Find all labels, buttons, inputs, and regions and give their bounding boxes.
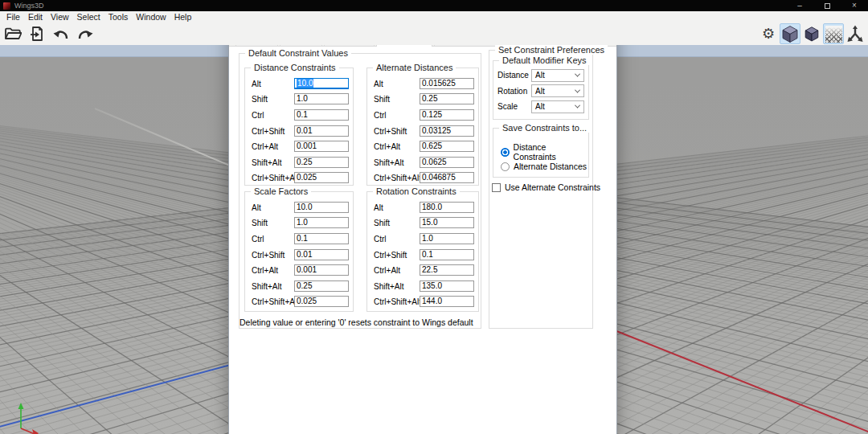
constraint-value-input[interactable]: 0.01 — [294, 249, 349, 260]
radio-icon — [501, 148, 510, 157]
constraint-row: Ctrl+Shift+Alt 144.0 — [367, 294, 478, 310]
constraint-value-input[interactable]: 0.001 — [294, 141, 349, 152]
constraint-value-input[interactable]: 1.0 — [294, 93, 349, 104]
constraint-row: Alt 10.0 — [245, 199, 353, 215]
constraint-value-input[interactable]: 0.001 — [294, 264, 349, 276]
constraint-label: Shift+Alt — [374, 281, 404, 290]
constraint-value-input[interactable]: 0.25 — [294, 280, 349, 292]
menu-item[interactable]: Edit — [24, 12, 47, 22]
constraint-label: Ctrl+Shift+Alt — [374, 297, 421, 306]
menu-item[interactable]: View — [47, 12, 73, 22]
constraint-row: Alt 0.015625 — [367, 76, 478, 92]
gear-icon: ⚙ — [762, 27, 775, 41]
radio-option[interactable]: Alternate Distances — [493, 159, 588, 174]
checkbox-icon — [492, 183, 501, 192]
radio-icon — [501, 162, 510, 171]
shaded-cube-button[interactable] — [780, 23, 800, 44]
constraint-value-input[interactable]: 180.0 — [420, 202, 474, 213]
modifier-key-label: Rotation — [497, 87, 531, 96]
constraint-value-input[interactable]: 0.025 — [294, 296, 349, 307]
alternate-distances-group: Alternate Distances Alt 0.015625 Shift 0… — [366, 68, 479, 186]
constraint-value-input[interactable]: 0.25 — [294, 157, 349, 168]
settings-gear-button[interactable]: ⚙ — [758, 23, 779, 44]
distance-constraints-group: Distance Constraints Alt 10.0 Shift 1.0 … — [244, 68, 354, 186]
menu-item[interactable]: Select — [73, 12, 104, 22]
constraint-value-input[interactable]: 0.25 — [420, 93, 474, 104]
constraint-row: Shift+Alt 0.0625 — [367, 154, 478, 170]
constraint-label: Ctrl+Shift+Alt — [374, 174, 421, 182]
ground-grid-button[interactable] — [823, 23, 844, 44]
group-title: Distance Constraints — [251, 63, 339, 72]
constraint-label: Ctrl — [374, 234, 387, 243]
constraint-value-input[interactable]: 15.0 — [420, 217, 474, 228]
constraint-row: Ctrl+Shift+Alt 0.025 — [245, 170, 353, 186]
minimize-button[interactable]: – — [786, 0, 813, 11]
constraint-row: Shift+Alt 0.25 — [245, 154, 353, 170]
open-folder-icon — [4, 27, 22, 41]
constraint-label: Ctrl+Shift+Alt — [252, 174, 299, 182]
constraint-row: Alt 180.0 — [367, 199, 478, 215]
menu-item[interactable]: Help — [170, 12, 196, 22]
close-button[interactable]: × — [841, 0, 868, 11]
constraint-value-input[interactable]: 22.5 — [420, 264, 474, 276]
menu-item[interactable]: Tools — [104, 12, 133, 22]
constraint-row: Ctrl+Shift 0.1 — [367, 247, 478, 263]
constraint-row: Ctrl 0.1 — [245, 231, 353, 247]
constraint-value-input[interactable]: 0.0625 — [420, 157, 474, 168]
app-title: Wings3D — [14, 2, 44, 10]
constraint-value-input[interactable]: 1.0 — [420, 233, 474, 244]
radio-option[interactable]: Distance Constraints — [493, 145, 588, 159]
modifier-key-row: Rotation Alt — [493, 84, 588, 100]
menu-item[interactable]: File — [2, 12, 24, 22]
constraint-label: Shift+Alt — [374, 158, 404, 166]
constraint-value-input[interactable]: 0.125 — [420, 109, 474, 121]
modifier-key-select[interactable]: Alt — [531, 84, 584, 97]
constraint-value-input[interactable]: 10.0 — [294, 202, 349, 213]
reset-hint-text: Deleting value or entering '0' resets co… — [240, 317, 473, 327]
constraint-value-input[interactable]: 0.03125 — [420, 125, 474, 137]
constraint-value-input[interactable]: 1.0 — [294, 217, 349, 228]
selected-option: Alt — [535, 87, 545, 96]
constraint-value-input[interactable]: 135.0 — [420, 280, 474, 292]
wireframe-cube-button[interactable] — [801, 23, 822, 44]
constraint-value-input[interactable]: 0.025 — [294, 172, 349, 183]
use-alternate-constraints-option[interactable]: Use Alternate Constraints — [492, 182, 600, 192]
constraint-value-input[interactable]: 0.01 — [294, 125, 349, 137]
modifier-key-select[interactable]: Alt — [531, 69, 584, 82]
constraint-row: Ctrl+Shift 0.01 — [245, 123, 353, 139]
open-file-button[interactable] — [2, 23, 23, 44]
constraint-row: Ctrl+Shift 0.01 — [245, 247, 353, 263]
constraint-row: Ctrl+Alt 22.5 — [367, 262, 478, 278]
ground-grid-icon — [825, 26, 842, 43]
constraint-value-input[interactable]: 0.015625 — [420, 78, 474, 89]
axes-toggle-button[interactable] — [845, 23, 866, 44]
constraint-value-input[interactable]: 10.0 — [294, 78, 349, 89]
constraint-value-input[interactable]: 0.1 — [294, 109, 349, 121]
constraint-label: Ctrl — [252, 234, 264, 243]
constraint-row: Shift 0.25 — [367, 92, 478, 108]
constraint-label: Ctrl+Shift+Alt — [252, 297, 299, 306]
constraint-label: Alt — [374, 203, 383, 211]
checkbox-label: Use Alternate Constraints — [505, 182, 600, 192]
toolbar: ⚙ — [0, 23, 868, 45]
constraint-value-input[interactable]: 0.1 — [294, 233, 349, 244]
maximize-button[interactable] — [813, 0, 841, 11]
constraint-value-input[interactable]: 0.625 — [420, 141, 474, 152]
chevron-down-icon — [575, 103, 580, 108]
constraint-value-input[interactable]: 144.0 — [420, 296, 474, 307]
constraint-value-input[interactable]: 0.046875 — [420, 172, 474, 183]
constraint-label: Ctrl+Alt — [374, 142, 400, 151]
chevron-down-icon — [575, 87, 580, 92]
constraint-label: Alt — [252, 79, 261, 88]
group-title: Rotation Constraints — [373, 186, 460, 196]
redo-button[interactable] — [75, 23, 96, 44]
import-button[interactable] — [27, 23, 47, 44]
rotation-constraints-group: Rotation Constraints Alt 180.0 Shift 15.… — [366, 191, 479, 312]
menu-item[interactable]: Window — [132, 12, 170, 22]
constraint-label: Shift — [374, 95, 390, 104]
modifier-key-select[interactable]: Alt — [531, 100, 584, 113]
undo-button[interactable] — [51, 23, 72, 44]
constraint-value-input[interactable]: 0.1 — [420, 249, 474, 260]
selected-text: 10.0 — [297, 79, 313, 88]
dialog-content: Default Constraint Values Distance Const… — [229, 47, 616, 434]
